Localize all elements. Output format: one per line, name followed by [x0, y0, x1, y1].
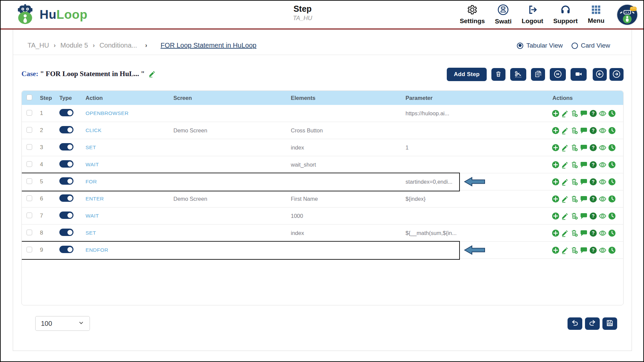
card-view-radio[interactable]: Card View — [572, 42, 610, 49]
delete-icon[interactable] — [571, 127, 578, 134]
support-button[interactable]: Support — [553, 4, 578, 25]
view-icon[interactable] — [599, 246, 606, 254]
add-icon[interactable] — [552, 246, 559, 254]
comment-icon[interactable] — [580, 161, 588, 169]
add-icon[interactable] — [552, 144, 559, 152]
view-icon[interactable] — [599, 127, 606, 134]
comment-icon[interactable] — [580, 110, 588, 117]
edit-icon[interactable] — [561, 212, 569, 220]
edit-icon[interactable] — [561, 127, 569, 134]
edit-case-icon[interactable] — [149, 70, 156, 79]
action-link[interactable]: ENTER — [86, 196, 104, 201]
history-icon[interactable] — [608, 195, 616, 203]
help-icon[interactable]: ? — [589, 246, 597, 254]
help-icon[interactable]: ? — [589, 195, 597, 203]
type-toggle[interactable] — [59, 229, 73, 236]
delete-icon[interactable] — [571, 110, 578, 117]
type-toggle[interactable] — [59, 212, 73, 219]
breadcrumb-current[interactable]: FOR Loop Statement in HuLoop — [161, 42, 257, 49]
logout-button[interactable]: Logout — [522, 4, 543, 25]
user-profile-button[interactable]: Swati — [495, 4, 512, 25]
type-toggle[interactable] — [59, 126, 73, 133]
comment-icon[interactable] — [580, 246, 588, 254]
type-toggle[interactable] — [59, 160, 73, 168]
view-icon[interactable] — [599, 195, 606, 203]
row-checkbox[interactable] — [26, 144, 32, 150]
action-link[interactable]: ENDFOR — [86, 247, 108, 253]
next-button[interactable] — [609, 68, 624, 81]
breadcrumb-item[interactable]: Module 5 — [60, 42, 88, 49]
delete-icon[interactable] — [571, 178, 578, 186]
comment-icon[interactable] — [580, 178, 588, 186]
type-toggle[interactable] — [59, 177, 73, 185]
cut-steps-button[interactable] — [510, 68, 526, 81]
add-icon[interactable] — [552, 178, 559, 186]
row-checkbox[interactable] — [26, 110, 32, 116]
comment-icon[interactable] — [580, 127, 588, 134]
history-icon[interactable] — [608, 229, 616, 237]
delete-icon[interactable] — [571, 161, 578, 169]
add-step-button[interactable]: Add Step — [447, 68, 487, 81]
edit-icon[interactable] — [561, 229, 569, 237]
history-icon[interactable] — [608, 246, 616, 254]
delete-icon[interactable] — [571, 144, 578, 152]
action-link[interactable]: WAIT — [86, 213, 99, 219]
action-link[interactable]: SET — [86, 230, 96, 236]
help-icon[interactable]: ? — [589, 229, 597, 237]
type-toggle[interactable] — [59, 194, 73, 202]
settings-button[interactable]: Settings — [460, 4, 485, 25]
action-link[interactable]: FOR — [86, 179, 97, 184]
page-size-select[interactable]: 100 — [35, 316, 90, 331]
view-icon[interactable] — [599, 178, 606, 186]
previous-button[interactable] — [593, 68, 607, 81]
view-icon[interactable] — [599, 161, 606, 169]
copy-steps-button[interactable] — [531, 68, 545, 81]
save-button[interactable] — [602, 317, 617, 330]
undo-button[interactable] — [568, 317, 582, 330]
view-icon[interactable] — [599, 144, 606, 152]
action-link[interactable]: SET — [86, 144, 96, 150]
help-icon[interactable]: ? — [589, 127, 597, 134]
help-icon[interactable]: ? — [589, 144, 597, 152]
help-icon[interactable]: ? — [589, 110, 597, 117]
view-icon[interactable] — [599, 212, 606, 220]
delete-icon[interactable] — [571, 212, 578, 220]
type-toggle[interactable] — [59, 109, 73, 116]
comment-icon[interactable] — [580, 144, 588, 152]
row-checkbox[interactable] — [26, 230, 32, 235]
comment-icon[interactable] — [580, 229, 588, 237]
history-icon[interactable] — [608, 212, 616, 220]
help-icon[interactable]: ? — [589, 161, 597, 169]
action-link[interactable]: CLICK — [86, 127, 102, 133]
history-icon[interactable] — [608, 161, 616, 169]
comment-icon[interactable] — [580, 195, 588, 203]
redo-button[interactable] — [585, 317, 600, 330]
tabular-view-radio[interactable]: Tabular View — [517, 42, 562, 49]
edit-icon[interactable] — [561, 110, 569, 117]
edit-icon[interactable] — [561, 178, 569, 186]
type-toggle[interactable] — [59, 143, 73, 150]
delete-icon[interactable] — [571, 195, 578, 203]
history-icon[interactable] — [608, 144, 616, 152]
record-button[interactable] — [571, 68, 587, 81]
edit-icon[interactable] — [561, 161, 569, 169]
view-icon[interactable] — [599, 229, 606, 237]
row-checkbox[interactable] — [26, 213, 32, 218]
type-toggle[interactable] — [59, 246, 73, 253]
row-checkbox[interactable] — [26, 178, 32, 184]
edit-icon[interactable] — [561, 246, 569, 254]
breadcrumb-item[interactable]: TA_HU — [28, 42, 49, 49]
add-icon[interactable] — [552, 229, 559, 237]
delete-steps-button[interactable] — [491, 68, 505, 81]
edit-icon[interactable] — [561, 144, 569, 152]
help-icon[interactable]: ? — [589, 212, 597, 220]
row-checkbox[interactable] — [26, 127, 32, 133]
action-link[interactable]: OPENBROWSER — [86, 110, 128, 116]
delete-icon[interactable] — [571, 229, 578, 237]
edit-icon[interactable] — [561, 195, 569, 203]
history-icon[interactable] — [608, 127, 616, 134]
add-icon[interactable] — [552, 212, 559, 220]
add-icon[interactable] — [552, 161, 559, 169]
add-icon[interactable] — [552, 110, 559, 117]
help-icon[interactable]: ? — [589, 178, 597, 186]
